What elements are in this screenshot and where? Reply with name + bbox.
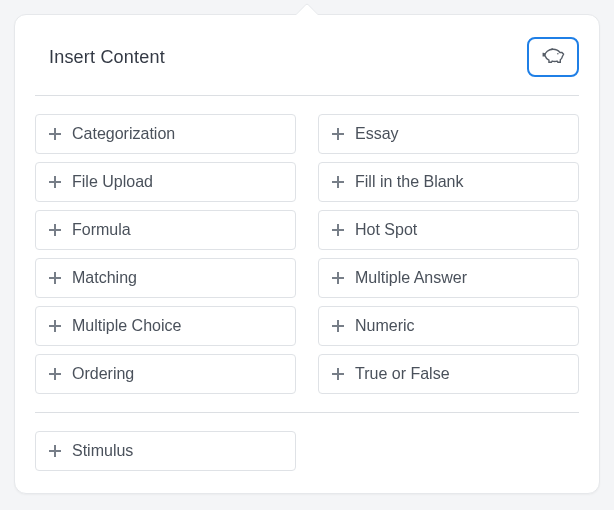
extras-section: Stimulus	[35, 413, 579, 471]
page-title: Insert Content	[49, 47, 165, 68]
plus-icon	[329, 125, 347, 143]
plus-icon	[46, 269, 64, 287]
plus-icon	[46, 125, 64, 143]
question-types-section: CategorizationEssayFile UploadFill in th…	[35, 96, 579, 394]
add-matching-button[interactable]: Matching	[35, 258, 296, 298]
insert-content-panel: Insert Content CategorizationEssayFile U…	[14, 14, 600, 494]
extras-row: Stimulus	[35, 431, 579, 471]
add-stimulus-button[interactable]: Stimulus	[35, 431, 296, 471]
add-file-upload-button[interactable]: File Upload	[35, 162, 296, 202]
add-categorization-button[interactable]: Categorization	[35, 114, 296, 154]
tile-label: Essay	[355, 125, 399, 143]
add-formula-button[interactable]: Formula	[35, 210, 296, 250]
svg-point-0	[557, 53, 558, 54]
tile-label: Hot Spot	[355, 221, 417, 239]
tile-label: Multiple Answer	[355, 269, 467, 287]
plus-icon	[46, 365, 64, 383]
add-ordering-button[interactable]: Ordering	[35, 354, 296, 394]
add-hot-spot-button[interactable]: Hot Spot	[318, 210, 579, 250]
tile-label: True or False	[355, 365, 450, 383]
plus-icon	[329, 317, 347, 335]
tile-label: Stimulus	[72, 442, 133, 460]
panel-notch	[296, 3, 319, 26]
tile-label: Ordering	[72, 365, 134, 383]
tile-label: File Upload	[72, 173, 153, 191]
plus-icon	[46, 442, 64, 460]
plus-icon	[329, 221, 347, 239]
tile-label: Fill in the Blank	[355, 173, 464, 191]
item-bank-button[interactable]	[527, 37, 579, 77]
tile-label: Formula	[72, 221, 131, 239]
question-types-grid: CategorizationEssayFile UploadFill in th…	[35, 114, 579, 394]
add-true-or-false-button[interactable]: True or False	[318, 354, 579, 394]
tile-label: Numeric	[355, 317, 415, 335]
piggybank-icon	[540, 42, 566, 72]
plus-icon	[329, 365, 347, 383]
plus-icon	[46, 173, 64, 191]
add-multiple-choice-button[interactable]: Multiple Choice	[35, 306, 296, 346]
add-numeric-button[interactable]: Numeric	[318, 306, 579, 346]
add-essay-button[interactable]: Essay	[318, 114, 579, 154]
add-fill-in-the-blank-button[interactable]: Fill in the Blank	[318, 162, 579, 202]
plus-icon	[46, 221, 64, 239]
tile-label: Matching	[72, 269, 137, 287]
tile-label: Categorization	[72, 125, 175, 143]
plus-icon	[46, 317, 64, 335]
add-multiple-answer-button[interactable]: Multiple Answer	[318, 258, 579, 298]
tile-label: Multiple Choice	[72, 317, 181, 335]
plus-icon	[329, 269, 347, 287]
plus-icon	[329, 173, 347, 191]
panel-header: Insert Content	[35, 33, 579, 96]
